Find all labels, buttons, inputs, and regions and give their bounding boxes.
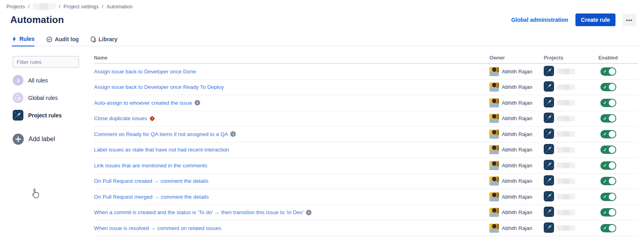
add-label-button[interactable]: Add label: [13, 134, 84, 145]
owner-name: Abhith Rajan: [502, 225, 532, 231]
info-icon[interactable]: i: [230, 131, 236, 137]
rule-name-text: On Pull Request created → comment the de…: [94, 178, 208, 184]
rule-name-text: Comment on Ready for QA items if not ass…: [94, 131, 228, 137]
enabled-toggle[interactable]: ✓: [600, 83, 616, 91]
rule-name-cell: Comment on Ready for QA items if not ass…: [94, 131, 489, 137]
tab-rules[interactable]: Rules: [12, 36, 34, 46]
tab-library[interactable]: Library: [91, 36, 117, 46]
tab-label: Library: [99, 36, 117, 42]
info-icon[interactable]: i: [195, 100, 200, 105]
create-rule-button[interactable]: Create rule: [575, 13, 615, 26]
enabled-toggle[interactable]: ✓: [600, 193, 616, 201]
enabled-toggle[interactable]: ✓: [600, 146, 616, 154]
global-administration-link[interactable]: Global administration: [511, 17, 568, 23]
enabled-toggle[interactable]: ✓: [600, 208, 616, 217]
rule-name-link[interactable]: Close duplicate issues !: [94, 115, 154, 121]
owner-avatar: [489, 161, 499, 170]
enabled-cell: ✓: [598, 99, 638, 107]
project-name-redacted: [557, 116, 575, 121]
breadcrumb-separator: /: [59, 4, 61, 10]
rules-sidebar: All rules Global rules Project rules Add…: [13, 56, 84, 145]
rule-name-cell: On Pull Request merged → comment the det…: [94, 194, 489, 200]
more-actions-button[interactable]: •••: [623, 14, 636, 26]
plus-icon: [13, 134, 24, 145]
rule-scope-list: All rules Global rules Project rules: [13, 75, 84, 121]
rule-name-link[interactable]: Link issues that are mentioned in the co…: [94, 163, 207, 169]
sidebar-item-project-rules[interactable]: Project rules: [13, 110, 84, 121]
rule-name-link[interactable]: When issue is resolved → comment on rela…: [94, 225, 221, 231]
rule-name-text: Close duplicate issues: [94, 115, 147, 121]
owner-avatar: [489, 130, 499, 139]
rocket-project-icon: [544, 144, 554, 155]
owner-avatar: [489, 114, 499, 123]
rule-name-link[interactable]: Assign issue back to Developer once Done: [94, 69, 196, 75]
enabled-toggle[interactable]: ✓: [600, 114, 616, 123]
rule-name-text: When a commit is created and the status …: [94, 209, 304, 215]
sidebar-item-all-rules[interactable]: All rules: [13, 75, 84, 86]
owner-cell: Abhith Rajan: [489, 67, 544, 76]
project-name-redacted: [557, 100, 575, 105]
enabled-cell: ✓: [598, 114, 638, 123]
info-icon[interactable]: i: [306, 210, 311, 215]
projects-cell: [544, 66, 598, 77]
rule-name-link[interactable]: On Pull Request created → comment the de…: [94, 178, 208, 184]
breadcrumb-project-settings[interactable]: Project settings: [63, 4, 99, 10]
rule-name-link[interactable]: Label issues as stale that have not had …: [94, 147, 229, 153]
projects-cell: [544, 175, 598, 187]
project-name-redacted: [557, 163, 575, 168]
project-name-redacted: [557, 84, 575, 90]
rocket-project-icon: [544, 66, 554, 77]
rule-name-link[interactable]: Comment on Ready for QA items if not ass…: [94, 131, 236, 137]
owner-name: Abhith Rajan: [502, 194, 532, 200]
rule-name-cell: Auto-assign to whoever created the issue…: [94, 100, 489, 106]
add-label-text: Add label: [29, 136, 55, 143]
filter-rules-input[interactable]: [13, 56, 79, 68]
projects-cell: [544, 144, 598, 155]
rule-name-cell: Assign issue back to Developer once Done: [94, 69, 489, 75]
rule-name-link[interactable]: Auto-assign to whoever created the issue…: [94, 100, 200, 106]
owner-cell: Abhith Rajan: [489, 82, 544, 92]
enabled-cell: ✓: [598, 83, 638, 91]
breadcrumb-projects[interactable]: Projects: [6, 4, 25, 10]
enabled-toggle[interactable]: ✓: [600, 130, 616, 138]
breadcrumb-automation[interactable]: Automation: [107, 4, 133, 10]
rule-name-cell: Link issues that are mentioned in the co…: [94, 163, 489, 169]
rule-name-link[interactable]: On Pull Request merged → comment the det…: [94, 194, 209, 200]
table-row: Label issues as stale that have not had …: [94, 142, 638, 158]
project-name-redacted: [557, 210, 575, 215]
rule-name-cell: Label issues as stale that have not had …: [94, 147, 489, 153]
check-icon: ✓: [603, 132, 607, 137]
toggle-knob: [609, 68, 615, 75]
rule-name-link[interactable]: Assign issue back to Developer once Read…: [94, 84, 224, 90]
owner-name: Abhith Rajan: [502, 163, 532, 169]
atlassian-logo-icon: [13, 75, 23, 86]
enabled-toggle[interactable]: ✓: [600, 67, 616, 76]
enabled-toggle[interactable]: ✓: [600, 99, 616, 107]
enabled-toggle[interactable]: ✓: [600, 224, 616, 232]
owner-name: Abhith Rajan: [502, 131, 532, 137]
owner-cell: Abhith Rajan: [489, 161, 544, 170]
check-icon: ✓: [603, 100, 607, 105]
toggle-knob: [609, 162, 615, 169]
owner-name: Abhith Rajan: [502, 115, 532, 121]
toggle-knob: [609, 100, 615, 106]
owner-cell: Abhith Rajan: [489, 98, 544, 107]
table-row: Assign issue back to Developer once Read…: [94, 80, 638, 96]
tab-audit-log[interactable]: Audit log: [46, 36, 79, 46]
rule-name-link[interactable]: When a commit is created and the status …: [94, 209, 311, 215]
owner-avatar: [489, 192, 499, 201]
breadcrumb-redacted-project[interactable]: [33, 3, 56, 10]
rocket-project-icon: [544, 175, 554, 187]
enabled-toggle[interactable]: ✓: [600, 161, 616, 170]
enabled-cell: ✓: [598, 208, 638, 217]
rocket-icon: [13, 110, 23, 121]
owner-cell: Abhith Rajan: [489, 192, 544, 201]
owner-avatar: [489, 176, 499, 186]
rule-name-text: Assign issue back to Developer once Done: [94, 69, 196, 75]
sidebar-item-global-rules[interactable]: Global rules: [13, 92, 84, 103]
enabled-toggle[interactable]: ✓: [600, 177, 616, 185]
rule-name-text: Auto-assign to whoever created the issue: [94, 100, 192, 106]
owner-avatar: [489, 208, 499, 217]
rule-name-cell: Close duplicate issues !: [94, 115, 489, 121]
owner-cell: Abhith Rajan: [489, 130, 544, 139]
